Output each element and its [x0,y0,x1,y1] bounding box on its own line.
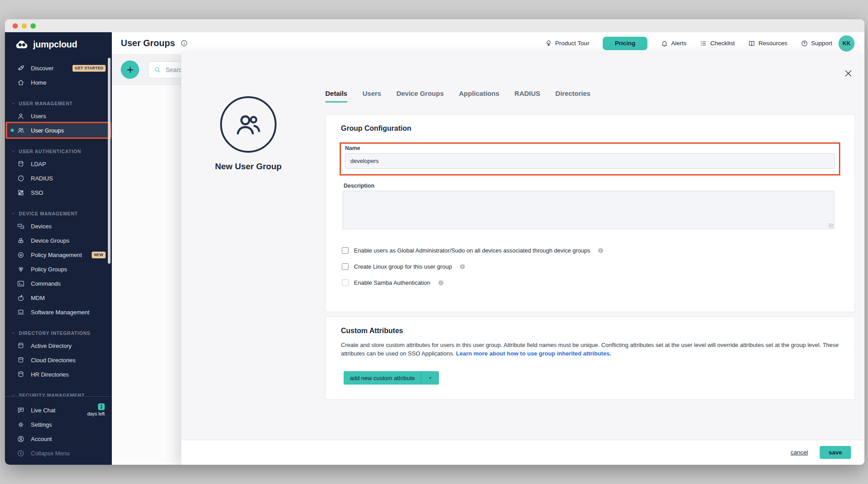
resize-grip-icon[interactable] [829,223,833,228]
topbar-product-tour[interactable]: Product Tour [545,40,589,47]
pricing-button[interactable]: Pricing [603,37,647,50]
sidebar-item-home[interactable]: Home [5,75,112,90]
close-panel-button[interactable] [843,68,854,79]
terminal-icon [17,280,25,287]
topbar-alerts[interactable]: Alerts [661,40,687,47]
sidebar-item-software-management[interactable]: Software Management [5,305,112,319]
learn-more-link[interactable]: Learn more about how to use group inheri… [456,350,611,357]
info-icon[interactable] [459,263,466,270]
sidebar-scrollbar[interactable] [108,58,111,264]
sidebar-nav: DiscoverGET STARTEDHomeUSER MANAGEMENTUs… [5,61,112,396]
add-user-group-button[interactable] [121,60,139,79]
chevron-down-icon [11,393,16,396]
topbar-actions: Product TourPricingAlertsChecklistResour… [545,37,832,50]
checkbox-enable-samba-authentication[interactable]: Enable Samba Authentication [342,278,604,287]
sidebar-section-user-management[interactable]: USER MANAGEMENT [5,98,112,109]
sidebar-section-device-management[interactable]: DEVICE MANAGEMENT [5,208,112,219]
sidebar-item-device-groups[interactable]: Device Groups [5,233,112,248]
chevron-down-icon [11,211,16,216]
sidebar-item-ldap[interactable]: LDAP [5,157,112,171]
apple-icon [17,294,25,302]
info-icon[interactable] [597,247,604,254]
database-icon [17,160,25,168]
sidebar-item-hr-directories[interactable]: HR Directories [5,367,112,381]
checkbox-create-linux-group-for[interactable]: Create Linux group for this user group [342,261,604,271]
get-started-badge: GET STARTED [72,65,106,72]
sidebar-item-devices[interactable]: Devices [5,219,112,233]
sidebar-section-security-management[interactable]: SECURITY MANAGEMENT [5,390,112,396]
tab-applications[interactable]: Applications [459,90,499,103]
sidebar-item-account[interactable]: Account [5,432,112,446]
chat-bubble-icon [17,407,25,414]
sidebar-section-directory-integrations[interactable]: DIRECTORY INTEGRATIONS [5,328,112,338]
checkbox-box[interactable] [342,279,349,286]
chevron-down-icon [11,331,16,335]
sidebar-item-sso[interactable]: SSO [5,185,112,200]
checkbox-enable-users-as-global[interactable]: Enable users as Global Administrator/Sud… [342,245,604,255]
rocket-icon [17,64,25,72]
sidebar-item-users[interactable]: Users [5,109,112,123]
directory-db-icon [17,342,25,350]
tab-directories[interactable]: Directories [555,90,590,103]
sidebar-item-cloud-directories[interactable]: Cloud Directories [5,353,112,367]
tab-users[interactable]: Users [362,90,381,103]
sidebar-item-radius[interactable]: RADIUS [5,171,112,185]
question-circle-icon [801,40,808,47]
sidebar: jumpcloud DiscoverGET STARTEDHomeUSER MA… [5,32,112,465]
checkbox-box[interactable] [342,263,349,270]
window-titlebar[interactable] [5,19,864,32]
topbar-checklist[interactable]: Checklist [700,40,735,47]
jumpcloud-logo[interactable]: jumpcloud [5,32,112,52]
tab-radius[interactable]: RADIUS [515,90,540,103]
sidebar-item-active-directory[interactable]: Active Directory [5,338,112,353]
sidebar-footer: Live Chat1days leftSettingsAccountCollap… [5,396,112,465]
topbar-support[interactable]: Support [801,40,832,47]
app-window: jumpcloud DiscoverGET STARTEDHomeUSER MA… [5,19,864,465]
checklist-icon [700,40,707,47]
sidebar-item-discover[interactable]: DiscoverGET STARTED [5,61,112,75]
sidebar-item-mdm[interactable]: MDM [5,291,112,305]
sidebar-section-user-authentication[interactable]: USER AUTHENTICATION [5,146,112,157]
info-icon[interactable] [438,279,444,286]
tab-details[interactable]: Details [325,90,347,103]
sidebar-item-settings[interactable]: Settings [5,417,112,432]
tab-device-groups[interactable]: Device Groups [396,90,444,103]
button-divider [421,371,421,385]
trial-countdown: 1days left [87,403,105,416]
custom-attributes-card: Custom Attributes Create and store custo… [325,317,855,400]
devices-icon [17,223,25,230]
add-custom-attribute-button[interactable]: add new custom attribute [344,371,439,385]
close-icon [843,68,854,79]
gear-icon [17,421,25,428]
checkbox-box[interactable] [342,247,349,254]
sidebar-item-collapse-menu[interactable]: Collapse Menu [5,446,112,460]
page-info-icon[interactable] [180,39,188,47]
window-zoom-button[interactable] [30,23,36,29]
user-group-icon [234,110,263,139]
sidebar-item-user-groups[interactable]: User Groups [5,123,112,137]
add-custom-attribute-label: add new custom attribute [350,375,415,381]
page-header: User Groups Product TourPricingAlertsChe… [112,32,864,55]
bell-icon [661,40,668,47]
custom-attributes-description: Create and store custom attributes for u… [341,341,843,358]
device-groups-icon [17,237,25,244]
cancel-button[interactable]: cancel [791,449,808,456]
group-name-value: developers [350,158,379,164]
chevron-down-icon [11,149,16,154]
window-close-button[interactable] [13,23,18,29]
user-avatar[interactable]: KK [838,35,855,51]
custom-attributes-title: Custom Attributes [341,327,403,335]
sidebar-item-live-chat[interactable]: Live Chat1days left [5,403,112,417]
caret-down-icon [428,376,433,381]
search-icon [154,66,161,73]
topbar-resources[interactable]: Resources [748,40,787,47]
sidebar-item-commands[interactable]: Commands [5,276,112,291]
group-options: Enable users as Global Administrator/Sud… [342,245,604,287]
sidebar-item-policy-groups[interactable]: Policy Groups [5,262,112,276]
save-button[interactable]: save [820,446,851,459]
group-description-textarea[interactable] [343,191,834,229]
sidebar-item-policy-management[interactable]: Policy ManagementNEW [5,248,112,262]
home-icon [17,79,25,86]
group-name-input[interactable]: developers [345,153,835,169]
window-minimize-button[interactable] [21,23,27,29]
